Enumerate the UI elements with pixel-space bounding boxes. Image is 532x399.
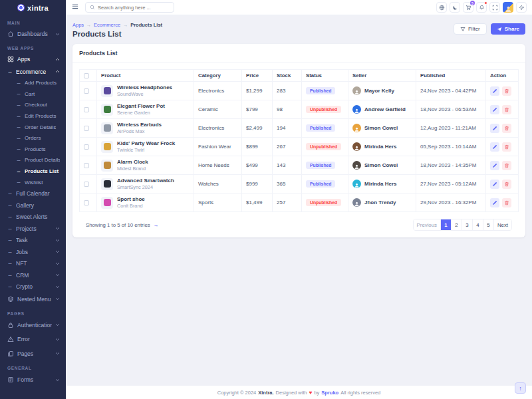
search-box[interactable] bbox=[85, 2, 174, 13]
pagination-page-4[interactable]: 4 bbox=[472, 219, 483, 230]
row-checkbox[interactable] bbox=[84, 126, 89, 131]
sidebar-item-task[interactable]: –Task bbox=[0, 234, 66, 246]
edit-button[interactable] bbox=[490, 180, 499, 189]
col-seller[interactable]: Seller bbox=[348, 70, 416, 82]
pagination-page-2[interactable]: 2 bbox=[451, 219, 462, 230]
pagination-page-5[interactable]: 5 bbox=[483, 219, 493, 230]
delete-button[interactable] bbox=[502, 198, 511, 207]
edit-button[interactable] bbox=[490, 86, 499, 96]
sidebar-item-apps[interactable]: Apps bbox=[0, 53, 66, 66]
edit-button[interactable] bbox=[490, 161, 499, 170]
sidebar-item-error[interactable]: Error bbox=[0, 332, 66, 346]
col-published[interactable]: Published bbox=[416, 70, 486, 82]
sidebar-item-crm[interactable]: –CRM bbox=[0, 269, 66, 281]
sidebar-item-label: Forms bbox=[17, 376, 52, 383]
product-name: Kids' Party Wear Frock bbox=[117, 140, 175, 146]
sidebar-item-products-list[interactable]: –Products List bbox=[0, 166, 66, 177]
sidebar-item-product-details[interactable]: –Product Details bbox=[0, 155, 66, 166]
sidebar-item-forms[interactable]: Forms bbox=[0, 372, 66, 387]
sidebar-item-wishlist[interactable]: –Wishlist bbox=[0, 177, 66, 188]
sidebar-item-label: Pages bbox=[17, 350, 52, 357]
sidebar-item-add-products[interactable]: –Add Products bbox=[0, 78, 66, 89]
sidebar-item-jobs[interactable]: –Jobs bbox=[0, 246, 66, 258]
arrow-right-icon: → bbox=[123, 23, 128, 27]
seller-avatar bbox=[352, 124, 361, 132]
app-logo[interactable]: xintra bbox=[0, 0, 66, 15]
scroll-to-top-button[interactable]: ↑ bbox=[515, 382, 526, 394]
notifications-icon[interactable] bbox=[476, 2, 487, 13]
language-icon[interactable] bbox=[436, 2, 447, 13]
search-input[interactable] bbox=[98, 5, 170, 11]
sidebar-item-products[interactable]: –Products bbox=[0, 144, 66, 155]
sidebar-item-projects[interactable]: –Projects bbox=[0, 223, 66, 235]
pagination-previous[interactable]: Previous bbox=[414, 219, 440, 230]
col-price[interactable]: Price bbox=[242, 70, 273, 82]
sidebar-item-nft[interactable]: –NFT bbox=[0, 257, 66, 269]
dash-bullet: – bbox=[16, 124, 21, 130]
sidebar-item-label: Error bbox=[17, 336, 52, 342]
sidebar-item-orders[interactable]: –Orders bbox=[0, 132, 66, 144]
pagination-next[interactable]: Next bbox=[493, 219, 511, 230]
product-stock: 365 bbox=[273, 175, 302, 194]
showing-entries: Showing 1 to 5 of 10 entries → bbox=[86, 222, 158, 228]
watch-icon bbox=[104, 180, 111, 188]
delete-button[interactable] bbox=[502, 124, 511, 133]
delete-button[interactable] bbox=[502, 105, 511, 114]
sidebar-item-sweet-alerts[interactable]: –Sweet Alerts bbox=[0, 211, 66, 223]
sidebar-item-authentication[interactable]: Authentication bbox=[0, 318, 66, 332]
dark-mode-icon[interactable] bbox=[450, 2, 460, 13]
sidebar-item-gallery[interactable]: –Gallery bbox=[0, 200, 66, 211]
fullscreen-icon[interactable] bbox=[489, 2, 500, 13]
profile-avatar[interactable] bbox=[503, 2, 513, 13]
breadcrumb-ecommerce[interactable]: Ecommerce bbox=[94, 22, 120, 28]
pagination-page-3[interactable]: 3 bbox=[462, 219, 472, 230]
edit-button[interactable] bbox=[490, 105, 499, 114]
row-checkbox[interactable] bbox=[84, 88, 89, 94]
product-price: $999 bbox=[242, 175, 273, 194]
footer-by: by bbox=[314, 390, 319, 396]
sidebar-item-cart[interactable]: –Cart bbox=[0, 88, 66, 100]
row-checkbox[interactable] bbox=[84, 163, 89, 168]
sidebar-item-pages[interactable]: Pages bbox=[0, 346, 66, 361]
edit-button[interactable] bbox=[490, 124, 499, 133]
sidebar-item-crypto[interactable]: –Crypto bbox=[0, 281, 66, 293]
col-stock[interactable]: Stock bbox=[273, 70, 302, 82]
row-checkbox[interactable] bbox=[84, 144, 89, 150]
menu-toggle-icon[interactable] bbox=[71, 3, 80, 12]
settings-gear-icon[interactable] bbox=[516, 2, 527, 13]
sidebar-section-label: Pages bbox=[0, 306, 66, 318]
delete-button[interactable] bbox=[502, 180, 511, 189]
edit-button[interactable] bbox=[490, 142, 499, 152]
breadcrumb-apps[interactable]: Apps bbox=[72, 22, 84, 28]
sidebar-item-ecommerce[interactable]: –Ecommerce bbox=[0, 66, 66, 78]
col-status[interactable]: Status bbox=[302, 70, 348, 82]
col-category[interactable]: Category bbox=[194, 70, 242, 82]
edit-button[interactable] bbox=[490, 198, 499, 207]
heart-icon: ♥ bbox=[309, 390, 313, 396]
pagination-page-1[interactable]: 1 bbox=[440, 219, 451, 230]
sidebar-item-nested-menu[interactable]: Nested Menu bbox=[0, 293, 66, 306]
dash-bullet: – bbox=[16, 179, 21, 186]
footer-designer-link[interactable]: Spruko bbox=[321, 390, 338, 396]
sidebar-item-order-details[interactable]: –Order Details bbox=[0, 122, 66, 133]
sidebar-item-edit-products[interactable]: –Edit Products bbox=[0, 110, 66, 122]
row-checkbox[interactable] bbox=[84, 107, 89, 112]
delete-button[interactable] bbox=[502, 161, 511, 170]
sidebar-item-dashboards[interactable]: Dashboards bbox=[0, 27, 66, 41]
row-checkbox[interactable] bbox=[84, 182, 89, 187]
sidebar-item-checkout[interactable]: –Checkout bbox=[0, 100, 66, 111]
breadcrumb-current: Products List bbox=[130, 22, 162, 28]
sidebar-item-full-calendar[interactable]: –Full Calendar bbox=[0, 188, 66, 200]
share-button[interactable]: Share bbox=[491, 23, 525, 35]
filter-button[interactable]: Filter bbox=[454, 23, 487, 35]
footer-brand[interactable]: Xintra. bbox=[258, 390, 273, 396]
row-checkbox[interactable] bbox=[84, 200, 89, 205]
chevron-down-icon bbox=[55, 297, 60, 301]
dash-bullet: – bbox=[16, 102, 21, 108]
delete-button[interactable] bbox=[502, 86, 511, 96]
dash-bullet: – bbox=[16, 135, 21, 142]
cart-icon[interactable]: 5 bbox=[463, 2, 473, 13]
select-all-checkbox[interactable] bbox=[84, 73, 89, 78]
col-product[interactable]: Product bbox=[97, 70, 194, 82]
delete-button[interactable] bbox=[502, 142, 511, 152]
